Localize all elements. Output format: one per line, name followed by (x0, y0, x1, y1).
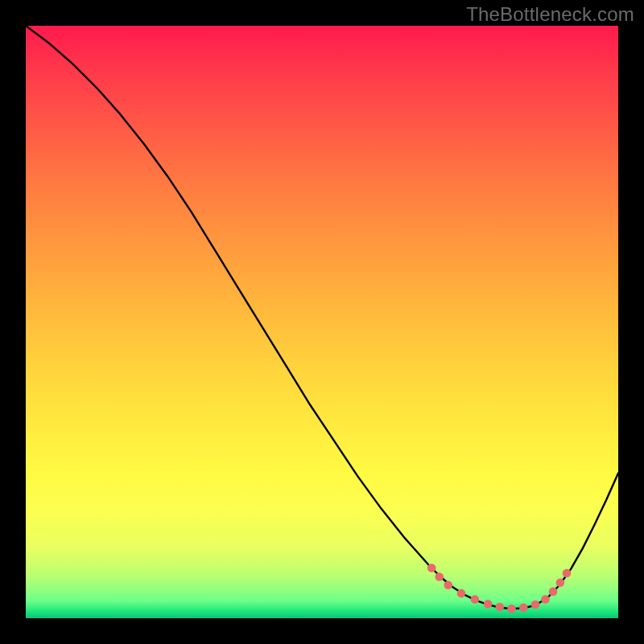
bottleneck-curve (26, 26, 618, 609)
data-marker (549, 588, 558, 597)
data-marker (471, 595, 480, 604)
data-marker (496, 603, 505, 612)
chart-frame: TheBottleneck.com (0, 0, 644, 644)
watermark-label: TheBottleneck.com (466, 3, 634, 26)
data-marker (444, 580, 452, 589)
data-marker (541, 595, 550, 604)
data-marker (435, 572, 444, 581)
data-marker (427, 564, 436, 572)
chart-svg (26, 26, 618, 618)
data-marker (519, 603, 528, 612)
data-marker (507, 605, 516, 613)
data-marker (484, 600, 493, 609)
marker-layer (427, 564, 571, 613)
data-marker (531, 601, 540, 609)
data-marker (457, 589, 466, 598)
data-marker (563, 569, 572, 578)
plot-area (26, 26, 618, 618)
data-marker (556, 579, 565, 588)
